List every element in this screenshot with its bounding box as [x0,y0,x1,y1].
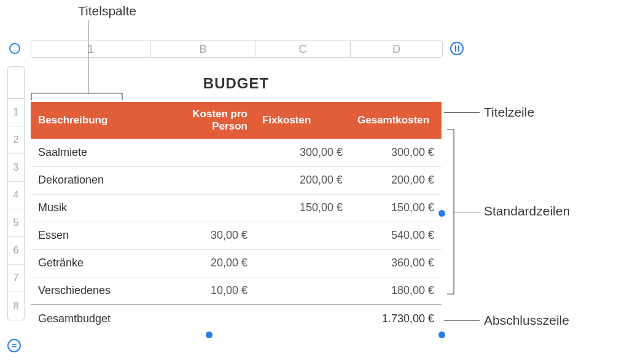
callout-line [444,112,480,113]
column-header-a[interactable]: 1 [31,41,151,57]
cell-total[interactable]: 360,00 € [350,249,442,277]
column-header-c[interactable]: C [255,41,351,57]
table-select-handle[interactable] [9,43,20,54]
cell-per-person[interactable] [150,139,255,166]
footer-per-person[interactable] [150,304,255,332]
row-header-bar: 1 2 3 4 5 6 7 8 [7,66,25,320]
callout-body-rows: Standardzeilen [484,204,570,219]
table-row: Musik 150,00 € 150,00 € [31,194,442,222]
table-row: Essen 30,00 € 540,00 € [31,222,442,249]
cell-desc[interactable]: Musik [31,194,150,222]
row-header-3[interactable]: 3 [8,154,24,182]
table-row: Saalmiete 300,00 € 300,00 € [31,139,442,166]
header-total[interactable]: Gesamtkosten [350,102,442,139]
cell-fixed[interactable]: 300,00 € [255,139,350,166]
cell-desc[interactable]: Verschiedenes [31,277,150,304]
cell-total[interactable]: 300,00 € [350,139,442,166]
cell-total[interactable]: 150,00 € [350,194,442,222]
cell-per-person[interactable]: 30,00 € [150,222,255,249]
column-header-b[interactable]: B [151,41,255,57]
callout-line [454,212,480,212]
column-header-d[interactable]: D [351,41,442,57]
row-header-spacer [8,67,24,99]
header-row: Beschreibung Kosten pro Person Fixkosten… [31,102,442,139]
header-per-person[interactable]: Kosten pro Person [150,102,255,139]
cell-fixed[interactable]: 200,00 € [255,166,350,194]
row-header-1[interactable]: 1 [8,99,24,126]
cell-desc[interactable]: Getränke [31,249,150,277]
table-row: Verschiedenes 10,00 € 180,00 € [31,277,442,304]
header-fixed[interactable]: Fixkosten [255,102,350,139]
add-row-handle[interactable]: = [7,339,21,352]
resize-handle-dot[interactable] [438,331,445,338]
table-row: Dekorationen 200,00 € 200,00 € [31,166,442,194]
row-header-5[interactable]: 5 [8,209,24,237]
cell-desc[interactable]: Saalmiete [31,139,150,166]
header-desc[interactable]: Beschreibung [31,102,150,139]
budget-table: Beschreibung Kosten pro Person Fixkosten… [31,102,442,332]
cell-per-person[interactable]: 10,00 € [150,277,255,304]
cell-total[interactable]: 180,00 € [350,277,442,304]
callout-line [444,320,480,321]
cell-fixed[interactable] [255,249,350,277]
cell-per-person[interactable] [150,166,255,194]
callout-title-column: Titelspalte [78,4,136,18]
row-header-4[interactable]: 4 [8,182,24,209]
callout-footer-row: Abschlusszeile [484,313,569,328]
footer-fixed[interactable] [255,304,350,332]
footer-total[interactable]: 1.730,00 € [350,304,442,332]
cell-per-person[interactable]: 20,00 € [150,249,255,277]
footer-row: Gesamtbudget 1.730,00 € [31,304,442,332]
cell-desc[interactable]: Dekorationen [31,166,150,194]
row-header-2[interactable]: 2 [8,126,24,154]
cell-fixed[interactable] [255,222,350,249]
table-row: Getränke 20,00 € 360,00 € [31,249,442,277]
row-header-7[interactable]: 7 [8,265,24,292]
cell-per-person[interactable] [150,194,255,222]
cell-total[interactable]: 540,00 € [350,222,442,249]
resize-handle-dot[interactable] [438,210,445,217]
table-title[interactable]: BUDGET [31,66,442,102]
row-header-8[interactable]: 8 [8,292,24,320]
cell-fixed[interactable]: 150,00 € [255,194,350,222]
budget-table-wrap: BUDGET Beschreibung Kosten pro Person Fi… [31,66,442,332]
resize-handle-dot[interactable] [206,331,212,338]
footer-desc[interactable]: Gesamtbudget [31,304,150,332]
cell-fixed[interactable] [255,277,350,304]
row-header-6[interactable]: 6 [8,237,24,265]
cell-total[interactable]: 200,00 € [350,166,442,194]
column-header-bar: 1 B C D [31,41,443,58]
add-column-handle[interactable] [450,42,464,55]
cell-desc[interactable]: Essen [31,222,150,249]
callout-title-row: Titelzeile [484,105,534,120]
